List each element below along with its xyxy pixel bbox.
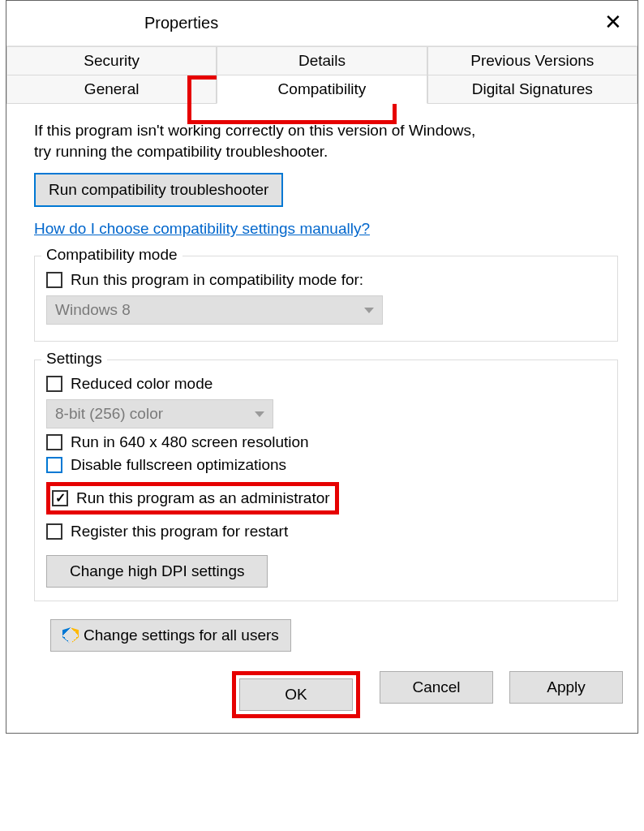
label-reduced-color: Reduced color mode bbox=[71, 375, 213, 393]
titlebar: Properties ✕ bbox=[6, 1, 638, 46]
settings-group: Settings Reduced color mode 8-bit (256) … bbox=[34, 360, 618, 601]
label-run-as-admin: Run this program as an administrator bbox=[76, 489, 330, 507]
tab-digital-signatures[interactable]: Digital Signatures bbox=[427, 75, 638, 103]
ok-button[interactable]: OK bbox=[239, 678, 353, 711]
label-640x480: Run in 640 x 480 screen resolution bbox=[71, 433, 309, 451]
tab-previous-versions[interactable]: Previous Versions bbox=[427, 46, 638, 75]
tab-details[interactable]: Details bbox=[217, 46, 427, 75]
shield-icon bbox=[62, 627, 79, 644]
dialog-buttons: OK Cancel Apply bbox=[6, 660, 638, 733]
change-dpi-button[interactable]: Change high DPI settings bbox=[46, 555, 268, 588]
tab-security[interactable]: Security bbox=[6, 46, 217, 75]
cancel-button[interactable]: Cancel bbox=[380, 671, 493, 704]
window-title: Properties bbox=[144, 14, 218, 32]
label-disable-fullscreen: Disable fullscreen optimizations bbox=[71, 456, 286, 474]
chevron-down-icon bbox=[255, 411, 264, 417]
group-title-compat: Compatibility mode bbox=[41, 246, 182, 264]
checkbox-register-restart[interactable] bbox=[46, 523, 62, 540]
close-icon[interactable]: ✕ bbox=[595, 6, 631, 38]
compatibility-mode-group: Compatibility mode Run this program in c… bbox=[34, 256, 618, 342]
properties-dialog: Properties ✕ Security Details Previous V… bbox=[6, 0, 638, 734]
checkbox-640x480[interactable] bbox=[46, 434, 62, 450]
highlight-run-as-admin: Run this program as an administrator bbox=[46, 482, 339, 515]
dropdown-color-depth[interactable]: 8-bit (256) color bbox=[46, 399, 273, 428]
checkbox-run-as-admin[interactable] bbox=[52, 490, 68, 506]
checkbox-disable-fullscreen[interactable] bbox=[46, 457, 62, 473]
checkbox-compat-mode[interactable] bbox=[46, 272, 62, 288]
tab-compatibility[interactable]: Compatibility bbox=[217, 75, 427, 104]
chevron-down-icon bbox=[364, 308, 374, 313]
change-all-users-button[interactable]: Change settings for all users bbox=[50, 619, 291, 652]
tab-content: If this program isn't working correctly … bbox=[6, 104, 638, 660]
run-troubleshooter-button[interactable]: Run compatibility troubleshooter bbox=[34, 173, 283, 207]
help-link[interactable]: How do I choose compatibility settings m… bbox=[34, 220, 370, 237]
label-register-restart: Register this program for restart bbox=[71, 523, 288, 540]
highlight-ok-button: OK bbox=[232, 671, 360, 718]
apply-button[interactable]: Apply bbox=[509, 671, 623, 704]
tab-strip: Security Details Previous Versions Gener… bbox=[6, 46, 638, 104]
intro-text: If this program isn't working correctly … bbox=[34, 120, 618, 161]
dropdown-compat-os[interactable]: Windows 8 bbox=[46, 295, 383, 325]
checkbox-reduced-color[interactable] bbox=[46, 376, 62, 392]
group-title-settings: Settings bbox=[41, 350, 107, 368]
label-compat-mode: Run this program in compatibility mode f… bbox=[71, 271, 363, 289]
tab-general[interactable]: General bbox=[6, 75, 217, 103]
